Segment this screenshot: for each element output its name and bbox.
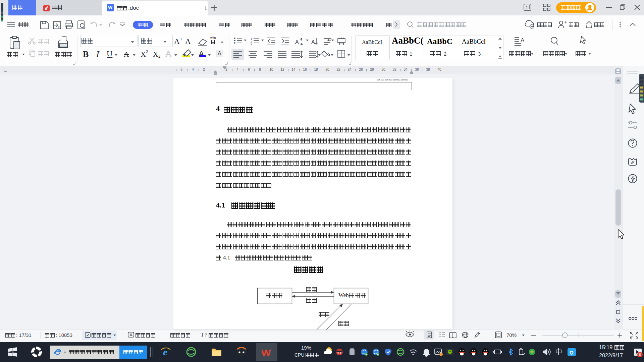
svg-text:1: 1: [526, 5, 528, 10]
svg-text:6: 6: [639, 353, 641, 357]
svg-text:A: A: [311, 39, 315, 45]
svg-text:Q: Q: [570, 350, 574, 355]
svg-text:A: A: [295, 39, 299, 45]
svg-text:A: A: [521, 37, 525, 44]
svg-text:W: W: [261, 347, 271, 358]
svg-text:3: 3: [251, 43, 252, 46]
svg-text:p: p: [58, 24, 60, 28]
